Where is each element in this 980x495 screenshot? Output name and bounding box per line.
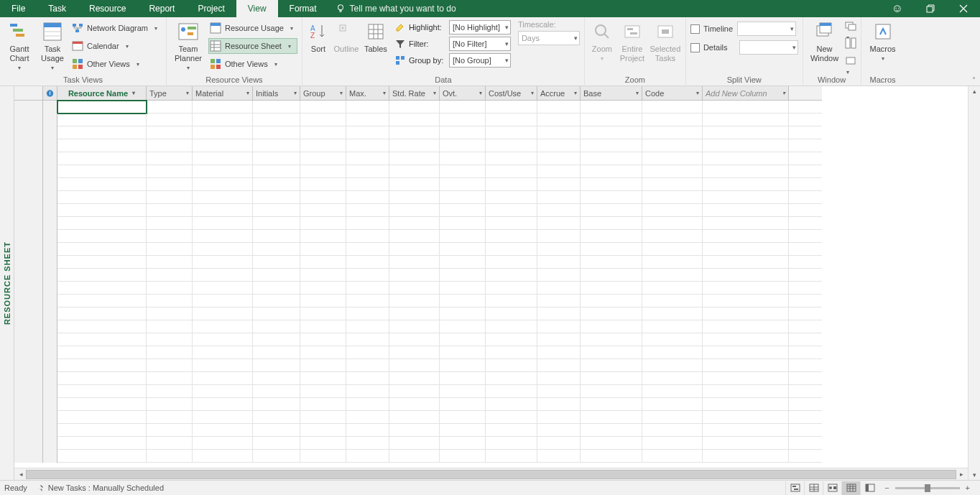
column-header-add_new[interactable]: Add New Column▾: [703, 86, 789, 100]
cell-max[interactable]: [346, 269, 389, 282]
cell-cost_use[interactable]: [486, 165, 537, 178]
cell-resource_name[interactable]: [57, 411, 147, 424]
column-header-cost_use[interactable]: Cost/Use▾: [486, 86, 537, 100]
cell-group[interactable]: [300, 295, 346, 307]
cell-ovt[interactable]: [440, 139, 486, 152]
cell-cost_use[interactable]: [486, 424, 537, 437]
cell-ovt[interactable]: [440, 230, 486, 243]
cell-group[interactable]: [300, 398, 346, 411]
cell-std_rate[interactable]: [389, 204, 440, 217]
cell-max[interactable]: [346, 346, 389, 359]
cell-type[interactable]: [147, 295, 193, 307]
cell-ovt[interactable]: [440, 101, 486, 114]
cell-type[interactable]: [147, 282, 193, 295]
cell-material[interactable]: [193, 282, 253, 295]
cell-info[interactable]: [43, 385, 57, 398]
cell-type[interactable]: [147, 372, 193, 385]
column-header-rowhdr[interactable]: [14, 86, 43, 100]
zoom-knob[interactable]: [925, 484, 930, 492]
cell-accrue[interactable]: [537, 243, 581, 256]
cell-base[interactable]: [581, 320, 642, 333]
cell-add_new[interactable]: [703, 437, 789, 450]
details-dropdown[interactable]: ▾: [739, 40, 798, 55]
scroll-left-icon[interactable]: ◂: [16, 471, 26, 478]
cell-group[interactable]: [300, 165, 346, 178]
cell-cost_use[interactable]: [486, 269, 537, 282]
cell-add_new[interactable]: [703, 411, 789, 424]
cell-base[interactable]: [581, 243, 642, 256]
cell-initials[interactable]: [253, 295, 300, 307]
cell-accrue[interactable]: [537, 450, 581, 463]
cell-cost_use[interactable]: [486, 230, 537, 243]
cell-initials[interactable]: [253, 450, 300, 463]
cell-ovt[interactable]: [440, 398, 486, 411]
cell-max[interactable]: [346, 320, 389, 333]
cell-base[interactable]: [581, 398, 642, 411]
cell-accrue[interactable]: [537, 372, 581, 385]
cell-material[interactable]: [193, 217, 253, 230]
timescale-dropdown[interactable]: Days▾: [518, 31, 580, 45]
cell-material[interactable]: [193, 346, 253, 359]
cell-std_rate[interactable]: [389, 424, 440, 437]
cell-rowhdr[interactable]: [14, 256, 43, 269]
cell-base[interactable]: [581, 385, 642, 398]
cell-base[interactable]: [581, 307, 642, 320]
cell-group[interactable]: [300, 282, 346, 295]
cell-resource_name[interactable]: [57, 126, 147, 139]
cell-code[interactable]: [642, 204, 703, 217]
cell-accrue[interactable]: [537, 411, 581, 424]
cell-resource_name[interactable]: [57, 256, 147, 269]
tell-me-search[interactable]: Tell me what you want to do: [336, 4, 456, 14]
cell-ovt[interactable]: [440, 424, 486, 437]
cell-base[interactable]: [581, 230, 642, 243]
cell-rowhdr[interactable]: [14, 282, 43, 295]
cell-material[interactable]: [193, 101, 253, 114]
cell-base[interactable]: [581, 411, 642, 424]
cell-ovt[interactable]: [440, 243, 486, 256]
cell-initials[interactable]: [253, 101, 300, 114]
cell-max[interactable]: [346, 256, 389, 269]
cell-type[interactable]: [147, 101, 193, 114]
cell-info[interactable]: [43, 398, 57, 411]
cell-add_new[interactable]: [703, 307, 789, 320]
cell-add_new[interactable]: [703, 269, 789, 282]
cell-cost_use[interactable]: [486, 333, 537, 346]
cell-initials[interactable]: [253, 139, 300, 152]
cell-cost_use[interactable]: [486, 450, 537, 463]
cell-std_rate[interactable]: [389, 114, 440, 126]
cell-base[interactable]: [581, 450, 642, 463]
cell-add_new[interactable]: [703, 385, 789, 398]
outline-button[interactable]: Outline: [331, 19, 361, 75]
cell-accrue[interactable]: [537, 282, 581, 295]
cell-rowhdr[interactable]: [14, 217, 43, 230]
cell-resource_name[interactable]: [57, 437, 147, 450]
cell-std_rate[interactable]: [389, 346, 440, 359]
cell-cost_use[interactable]: [486, 178, 537, 191]
cell-max[interactable]: [346, 372, 389, 385]
cell-ovt[interactable]: [440, 437, 486, 450]
filter-dropdown[interactable]: [No Filter]▾: [449, 37, 511, 51]
cell-group[interactable]: [300, 372, 346, 385]
cell-max[interactable]: [346, 307, 389, 320]
cell-rowhdr[interactable]: [14, 346, 43, 359]
cell-ovt[interactable]: [440, 372, 486, 385]
cell-rowhdr[interactable]: [14, 385, 43, 398]
tab-project[interactable]: Project: [186, 0, 236, 17]
cell-add_new[interactable]: [703, 450, 789, 463]
cell-material[interactable]: [193, 165, 253, 178]
cell-ovt[interactable]: [440, 126, 486, 139]
cell-group[interactable]: [300, 101, 346, 114]
cell-accrue[interactable]: [537, 359, 581, 372]
cell-group[interactable]: [300, 191, 346, 204]
cell-info[interactable]: [43, 191, 57, 204]
cell-initials[interactable]: [253, 191, 300, 204]
cell-max[interactable]: [346, 282, 389, 295]
cell-type[interactable]: [147, 139, 193, 152]
cell-cost_use[interactable]: [486, 152, 537, 165]
cell-rowhdr[interactable]: [14, 230, 43, 243]
view-side-tab[interactable]: RESOURCE SHEET: [0, 86, 14, 480]
cell-type[interactable]: [147, 204, 193, 217]
cell-ovt[interactable]: [440, 320, 486, 333]
cell-material[interactable]: [193, 359, 253, 372]
cell-cost_use[interactable]: [486, 437, 537, 450]
